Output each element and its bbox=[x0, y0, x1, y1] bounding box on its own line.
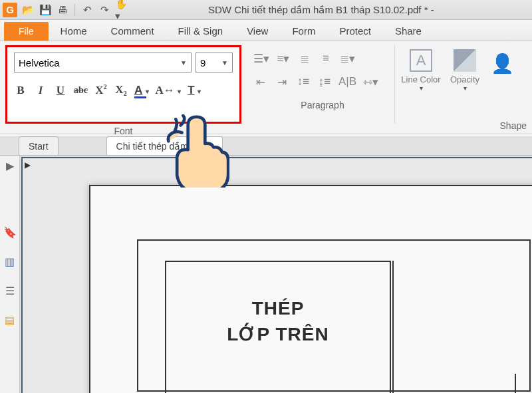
subscript-button[interactable]: X bbox=[114, 83, 128, 97]
menu-fill-sign[interactable]: Fill & Sign bbox=[166, 21, 235, 41]
document-text-line1: THÉP bbox=[166, 295, 390, 321]
superscript-button[interactable]: X bbox=[94, 83, 108, 97]
menu-share[interactable]: Share bbox=[383, 21, 434, 41]
expand-panel-icon[interactable]: ▶ bbox=[4, 160, 16, 172]
line-color-button[interactable]: A Line Color ▾ bbox=[400, 49, 442, 124]
hand-tool-icon[interactable]: ✋▾ bbox=[115, 3, 128, 17]
person-icon: 👤 bbox=[488, 49, 516, 77]
document-canvas[interactable]: ▶ THÉP LỚP TRÊN bbox=[21, 157, 532, 393]
file-tab[interactable]: File bbox=[4, 22, 49, 41]
effects-button[interactable]: 👤 bbox=[488, 49, 508, 124]
pages-icon[interactable]: ▥ bbox=[4, 255, 16, 267]
ribbon: Helvetica ▼ 9 ▼ B I U abc X X A ▾ A↔ ▾ T… bbox=[0, 41, 532, 134]
font-size-dropdown[interactable]: 9 ▼ bbox=[196, 53, 233, 72]
font-color-button[interactable]: A ▾ bbox=[134, 84, 149, 97]
bullet-list-icon[interactable]: ☰▾ bbox=[253, 52, 269, 66]
page-frame: THÉP LỚP TRÊN bbox=[137, 239, 531, 392]
menu-form[interactable]: Form bbox=[280, 21, 327, 41]
redo-icon[interactable]: ↷ bbox=[98, 3, 111, 17]
chevron-down-icon: ▼ bbox=[180, 59, 187, 66]
chevron-down-icon: ▾ bbox=[400, 84, 442, 92]
shape-group-label: Shape bbox=[500, 120, 527, 131]
tab-start[interactable]: Start bbox=[19, 136, 59, 155]
line-color-icon: A bbox=[410, 49, 432, 72]
undo-icon[interactable]: ↶ bbox=[80, 3, 94, 17]
chevron-down-icon: ▼ bbox=[221, 59, 228, 66]
paragraph-group: ☰▾ ≡▾ ≣ ≡ ≣▾ ⇤ ⇥ ↕≡ ↨≡ A|B ⇿▾ Paragraph bbox=[241, 45, 394, 134]
underline-button[interactable]: U bbox=[54, 84, 67, 97]
save-icon[interactable]: 💾 bbox=[39, 3, 52, 17]
quick-access-toolbar: 📂 💾 🖶 ↶ ↷ ✋▾ bbox=[21, 3, 128, 17]
document-tabbar: Start Chi tiết thép dầm ... ✕ bbox=[0, 136, 532, 156]
paragraph-group-label: Paragraph bbox=[253, 100, 392, 110]
menu-protect[interactable]: Protect bbox=[327, 21, 383, 41]
open-icon[interactable]: 📂 bbox=[21, 3, 35, 17]
page-cell-left: THÉP LỚP TRÊN bbox=[165, 261, 391, 393]
comments-icon[interactable]: ▤ bbox=[4, 314, 16, 326]
titlebar: G 📂 💾 🖶 ↶ ↷ ✋▾ SDW Chi tiết thép dầm hầm… bbox=[0, 0, 532, 20]
decrease-indent-icon[interactable]: ⇤ bbox=[253, 75, 268, 89]
align-justify-icon[interactable]: ≣▾ bbox=[340, 52, 355, 66]
app-logo: G bbox=[3, 3, 17, 17]
bold-button[interactable]: B bbox=[14, 84, 27, 97]
character-spacing-button[interactable]: A↔ ▾ bbox=[156, 84, 182, 97]
panel-toggle-icon[interactable]: ▶ bbox=[25, 160, 31, 170]
font-name-dropdown[interactable]: Helvetica ▼ bbox=[14, 53, 192, 72]
document-text-line2: LỚP TRÊN bbox=[166, 321, 390, 347]
font-group: Helvetica ▼ 9 ▼ B I U abc X X A ▾ A↔ ▾ T… bbox=[5, 45, 241, 124]
layers-icon[interactable]: ☰ bbox=[4, 285, 16, 297]
menubar: File Home Comment Fill & Sign View Form … bbox=[0, 20, 532, 41]
line-spacing-icon[interactable]: ↕≡ bbox=[296, 75, 311, 89]
document-title: SDW Chi tiết thép dầm hầm B1 tháp S10.02… bbox=[208, 4, 434, 16]
menu-view[interactable]: View bbox=[235, 21, 280, 41]
italic-button[interactable]: I bbox=[34, 84, 47, 97]
side-panel: ▶ 🔖 ▥ ☰ ▤ bbox=[0, 156, 20, 393]
align-left-icon[interactable]: ≡ bbox=[319, 52, 333, 66]
text-effects-button[interactable]: T ▾ bbox=[188, 84, 201, 97]
tab-start-label: Start bbox=[29, 141, 49, 152]
font-name-value: Helvetica bbox=[19, 57, 60, 68]
number-list-icon[interactable]: ≡▾ bbox=[276, 52, 291, 66]
bookmark-icon[interactable]: 🔖 bbox=[4, 226, 16, 238]
separator bbox=[74, 4, 75, 16]
menu-comment[interactable]: Comment bbox=[99, 21, 166, 41]
page-cell-right bbox=[392, 261, 532, 393]
tutorial-hand-cursor bbox=[156, 114, 229, 188]
opacity-icon bbox=[454, 49, 476, 72]
pdf-page: THÉP LỚP TRÊN bbox=[89, 185, 532, 393]
text-direction-icon[interactable]: A|B bbox=[338, 75, 356, 89]
increase-indent-icon[interactable]: ⇥ bbox=[275, 75, 289, 89]
strikethrough-button[interactable]: abc bbox=[74, 85, 88, 96]
align-toggle-icon[interactable]: ≣ bbox=[297, 52, 312, 66]
opacity-button[interactable]: Opacity ▾ bbox=[444, 49, 485, 124]
print-icon[interactable]: 🖶 bbox=[56, 3, 69, 17]
chevron-down-icon: ▾ bbox=[444, 84, 485, 92]
menu-home[interactable]: Home bbox=[49, 21, 99, 41]
text-caret bbox=[515, 374, 516, 393]
workspace: ▶ 🔖 ▥ ☰ ▤ ▶ THÉP LỚP TRÊN bbox=[0, 156, 532, 393]
paragraph-spacing-icon[interactable]: ↨≡ bbox=[317, 75, 332, 89]
fit-width-icon[interactable]: ⇿▾ bbox=[363, 75, 378, 89]
font-size-value: 9 bbox=[200, 57, 205, 68]
shape-group: A Line Color ▾ Opacity ▾ 👤 bbox=[394, 45, 508, 124]
